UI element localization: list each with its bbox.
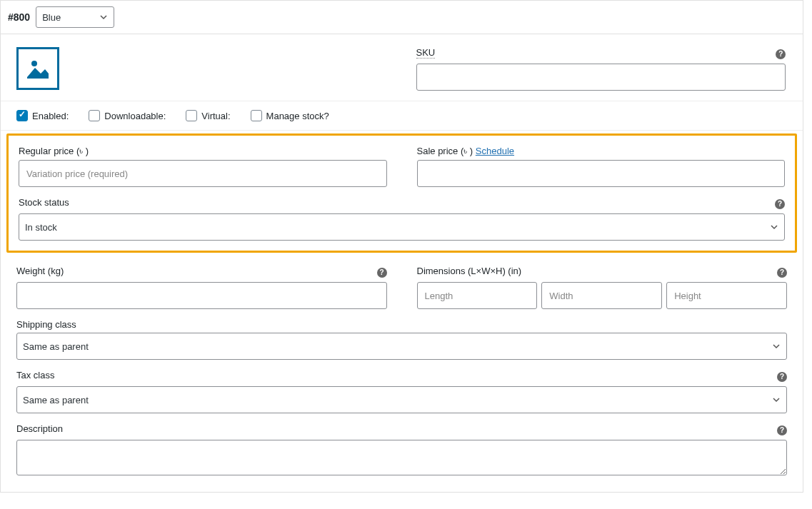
sale-price-input[interactable] (417, 160, 786, 187)
variation-body: SKU ? Enabled: Downloadable: Virtual: (1, 34, 803, 492)
help-icon[interactable]: ? (777, 268, 787, 278)
regular-price-input[interactable] (19, 160, 387, 187)
enabled-checkbox[interactable] (16, 110, 28, 121)
help-icon[interactable]: ? (777, 372, 787, 382)
dimensions-label: Dimensions (L×W×H) (in) (417, 266, 522, 276)
variation-id-label: #800 (8, 11, 30, 23)
sku-label: SKU (416, 47, 436, 58)
height-input[interactable] (666, 282, 787, 309)
help-icon[interactable]: ? (775, 199, 785, 209)
enabled-label: Enabled: (32, 111, 69, 121)
width-input[interactable] (541, 282, 662, 309)
enabled-checkbox-group[interactable]: Enabled: (16, 110, 69, 121)
help-icon[interactable]: ? (776, 49, 786, 59)
top-section: SKU ? (1, 34, 803, 101)
description-textarea[interactable] (16, 440, 787, 475)
svg-point-1 (31, 61, 37, 66)
variation-image-upload[interactable] (16, 47, 59, 90)
stock-status-select[interactable]: In stock (19, 213, 785, 241)
downloadable-checkbox[interactable] (89, 110, 100, 121)
downloadable-label: Downloadable: (104, 111, 166, 121)
virtual-checkbox-group[interactable]: Virtual: (186, 110, 230, 121)
manage-stock-checkbox-group[interactable]: Manage stock? (251, 110, 329, 121)
weight-label: Weight (kg) (16, 266, 64, 276)
stock-status-label: Stock status (19, 197, 69, 208)
manage-stock-checkbox[interactable] (251, 110, 262, 121)
variation-header[interactable]: #800 Blue (1, 0, 803, 34)
checkbox-row: Enabled: Downloadable: Virtual: Manage s… (1, 101, 803, 131)
manage-stock-label: Manage stock? (266, 111, 329, 121)
attribute-select[interactable]: Blue (36, 6, 114, 28)
shipping-class-select[interactable]: Same as parent (16, 333, 787, 360)
downloadable-checkbox-group[interactable]: Downloadable: (89, 110, 166, 121)
tax-class-select[interactable]: Same as parent (16, 386, 787, 413)
tax-class-label: Tax class (16, 370, 54, 381)
sku-input[interactable] (416, 64, 786, 91)
help-icon[interactable]: ? (377, 268, 387, 278)
description-label: Description (16, 423, 63, 434)
regular-price-label: Regular price (৳ ) (19, 146, 387, 157)
sale-price-label: Sale price (৳ ) Schedule (417, 146, 786, 157)
help-icon[interactable]: ? (777, 425, 787, 435)
schedule-link[interactable]: Schedule (476, 146, 514, 156)
lower-fields-section: Weight (kg) ? Dimensions (L×W×H) (in) ? (1, 256, 803, 492)
virtual-label: Virtual: (201, 111, 230, 121)
variation-panel: #800 Blue SKU (0, 0, 803, 493)
highlighted-pricing-section: Regular price (৳ ) Sale price (৳ ) Sched… (6, 133, 797, 253)
image-placeholder-icon (24, 54, 52, 84)
shipping-class-label: Shipping class (16, 319, 787, 330)
length-input[interactable] (417, 282, 538, 309)
weight-input[interactable] (16, 282, 387, 309)
virtual-checkbox[interactable] (186, 110, 197, 121)
